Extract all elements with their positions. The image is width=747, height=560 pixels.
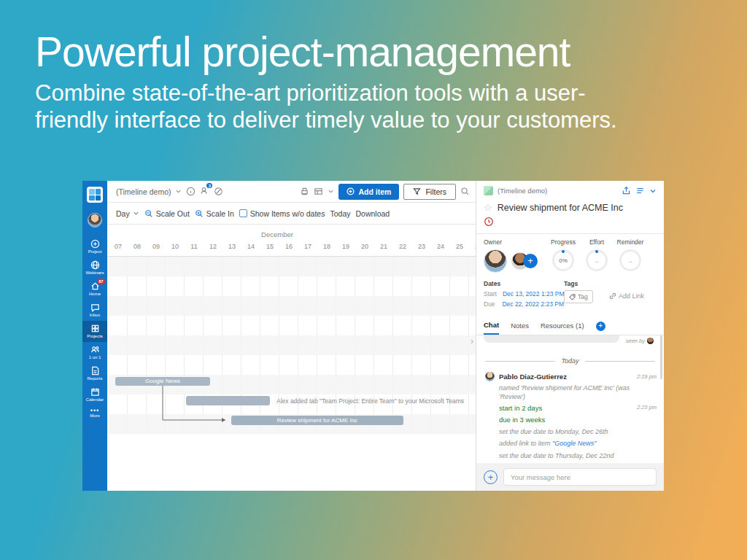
scale-out-button[interactable]: Scale Out xyxy=(144,209,190,218)
chat-message: start in 2 days 2:23 pm xyxy=(499,404,657,412)
hero-title: Powerful project-management xyxy=(35,29,721,75)
today-button[interactable]: Today xyxy=(330,209,350,218)
main-topbar: (Timeline demo) 3 Add item Filters xyxy=(107,181,476,203)
clear-icon[interactable] xyxy=(214,187,223,196)
user-avatar[interactable] xyxy=(88,213,102,228)
gantt-bar-google-news[interactable]: Google News xyxy=(115,377,210,386)
add-resource-button[interactable]: + xyxy=(596,322,605,331)
gantt-grid: Google News Alex added tab "Team Project… xyxy=(107,257,476,491)
gantt-bar-annotation: Alex added tab "Team Project: Entire Tea… xyxy=(276,397,464,405)
sidebar-item-webinars[interactable]: Webinars xyxy=(82,257,107,279)
reminder-ring[interactable]: .. xyxy=(619,249,641,271)
share-icon[interactable] xyxy=(622,186,631,195)
panel-project-name[interactable]: (Timeline demo) xyxy=(498,187,617,195)
start-date-link[interactable]: Dec 13, 2022 1:23 PM xyxy=(503,290,565,298)
zoom-level-select[interactable]: Day xyxy=(116,209,139,218)
start-label: Start xyxy=(484,290,497,298)
report-icon xyxy=(90,366,100,376)
dates-label: Dates xyxy=(484,280,564,287)
info-icon[interactable] xyxy=(186,187,196,196)
link-icon xyxy=(609,292,616,300)
chevron-down-icon[interactable] xyxy=(649,187,657,195)
app-logo[interactable] xyxy=(87,187,103,203)
tag-icon xyxy=(569,294,576,300)
message-author-row: Pablo Diaz-Gutierrez 2:19 pm xyxy=(485,372,657,381)
hero-section: Powerful project-management Combine stat… xyxy=(35,29,721,133)
timeline-view: (Timeline demo) 3 Add item Filters xyxy=(107,181,476,491)
chat-messages: Pablo Diaz-Gutierrez 2:19 pm named 'Revi… xyxy=(485,372,657,463)
chevron-down-icon[interactable] xyxy=(175,188,182,195)
seen-by-avatar xyxy=(647,338,654,344)
filters-button[interactable]: Filters xyxy=(403,184,456,200)
item-title[interactable]: Review shipment for ACME Inc xyxy=(498,203,623,213)
download-button[interactable]: Download xyxy=(356,209,390,218)
tab-chat[interactable]: Chat xyxy=(484,321,499,335)
sidebar-item-1on1[interactable]: 1 on 1 xyxy=(82,342,107,363)
funnel-icon xyxy=(413,187,421,195)
chat-bubble-partial xyxy=(484,335,619,343)
dependency-arrow xyxy=(107,257,253,432)
sidebar-item-projects[interactable]: Projects xyxy=(82,321,107,342)
due-date-link[interactable]: Dec 22, 2022 2:23 PM xyxy=(502,300,564,308)
add-link-button[interactable]: Add Link xyxy=(609,281,644,311)
progress-label: Progress xyxy=(551,238,576,246)
home-badge: 87 xyxy=(97,279,105,284)
view-picker-icon[interactable] xyxy=(314,187,323,196)
expand-chevron-icon[interactable]: › xyxy=(471,335,473,346)
sidebar-item-project[interactable]: Project xyxy=(82,236,107,257)
owner-avatar-1[interactable] xyxy=(484,249,507,273)
effort-label: Effort xyxy=(589,238,604,246)
sidebar-item-calendar[interactable]: Calendar xyxy=(82,384,107,405)
zoom-out-icon xyxy=(144,209,153,218)
add-tag-button[interactable]: Tag xyxy=(564,290,593,303)
system-message: set the due date to Monday, Dec 26th xyxy=(499,427,657,436)
effort-dot xyxy=(595,250,598,253)
chevron-down-icon xyxy=(133,210,139,217)
message-avatar xyxy=(485,372,495,381)
dates-section: Dates Start Dec 13, 2022 1:23 PM Due Dec… xyxy=(476,274,664,315)
tab-resources[interactable]: Resources (1) xyxy=(541,322,584,334)
print-icon[interactable] xyxy=(300,187,309,196)
reminder-label: Reminder xyxy=(617,238,644,246)
reminder-clock-icon[interactable] xyxy=(484,217,494,227)
hero-subtitle: Combine state-of-the-art prioritization … xyxy=(35,79,721,133)
checkbox-icon xyxy=(239,209,247,217)
chat-message: due in 3 weeks xyxy=(499,416,657,424)
google-news-link[interactable]: "Google News" xyxy=(552,440,596,447)
add-owner-button[interactable]: + xyxy=(523,254,538,268)
sidebar-item-more[interactable]: ••• More xyxy=(82,405,107,421)
members-icon[interactable]: 3 xyxy=(200,186,209,197)
star-icon[interactable]: ☆ xyxy=(484,202,492,213)
chat-bubble-icon xyxy=(90,303,100,312)
sidebar-item-home[interactable]: 87 Home xyxy=(82,279,107,300)
scale-in-button[interactable]: Scale In xyxy=(195,209,234,218)
chat-scrollbar[interactable] xyxy=(660,335,662,379)
people-icon xyxy=(90,345,100,354)
project-name[interactable]: (Timeline demo) xyxy=(116,187,171,196)
seen-by: seen by xyxy=(626,338,654,344)
gantt-bar-review-shipment[interactable]: Review shipment for ACME Inc xyxy=(231,416,403,425)
system-message: added link to item "Google News" xyxy=(499,439,657,448)
show-items-checkbox[interactable]: Show Items w/o dates xyxy=(239,209,325,218)
gantt-bar-teams[interactable] xyxy=(186,396,270,405)
plus-circle-icon xyxy=(90,239,100,249)
due-label: Due xyxy=(484,300,496,308)
sidebar-item-reports[interactable]: Reports xyxy=(82,363,107,384)
sidebar: Project Webinars 87 Home Inbox Projects xyxy=(82,181,107,491)
message-input[interactable] xyxy=(503,468,657,486)
sidebar-item-inbox[interactable]: Inbox xyxy=(82,300,107,321)
app-window: Project Webinars 87 Home Inbox Projects xyxy=(82,181,664,491)
timeline-header: December 0708091011121314151617181920212… xyxy=(107,225,476,257)
add-item-button[interactable]: Add item xyxy=(338,184,399,200)
search-icon[interactable] xyxy=(460,187,470,196)
chevron-down-icon[interactable] xyxy=(328,188,334,195)
panel-header: (Timeline demo) xyxy=(476,181,664,198)
menu-icon[interactable] xyxy=(635,186,645,195)
globe-icon xyxy=(90,260,100,270)
attach-button[interactable]: + xyxy=(484,470,498,484)
more-dots-icon: ••• xyxy=(90,408,99,413)
detail-tabs: Chat Notes Resources (1) + xyxy=(476,315,664,335)
message-time: 2:23 pm xyxy=(637,404,657,412)
tab-notes[interactable]: Notes xyxy=(511,322,529,334)
calendar-icon xyxy=(90,387,100,397)
